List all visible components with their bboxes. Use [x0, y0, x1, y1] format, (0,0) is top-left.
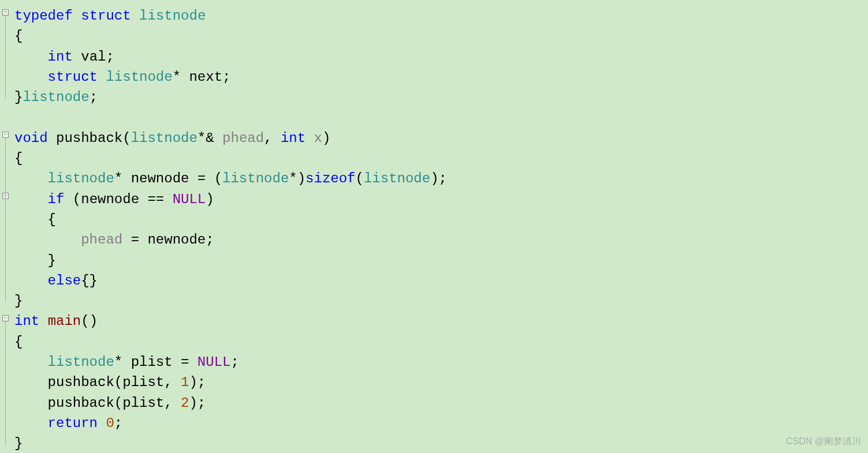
code-line[interactable]: typedef struct listnode: [14, 6, 868, 26]
code-line[interactable]: pushback(plist, 2);: [14, 393, 868, 413]
watermark: CSDN @阑梦清川: [786, 435, 861, 448]
code-line[interactable]: void pushback(listnode*& phead, int x): [14, 128, 868, 148]
code-line[interactable]: else{}: [14, 271, 868, 291]
code-line[interactable]: {: [14, 332, 868, 352]
code-line[interactable]: if (newnode == NULL): [14, 189, 868, 209]
code-line[interactable]: {: [14, 209, 868, 230]
code-line[interactable]: struct listnode* next;: [14, 67, 868, 87]
fold-guide-line: [5, 321, 6, 445]
code-area[interactable]: typedef struct listnode{ int val; struct…: [11, 0, 868, 453]
code-line[interactable]: {: [14, 26, 868, 46]
code-line[interactable]: phead = newnode;: [14, 230, 868, 250]
code-line[interactable]: }: [14, 250, 868, 271]
fold-gutter: −−−−: [0, 0, 11, 453]
code-line[interactable]: int val;: [14, 47, 868, 67]
code-line[interactable]: [14, 107, 868, 128]
code-editor: −−−− typedef struct listnode{ int val; s…: [0, 0, 868, 453]
fold-toggle-icon[interactable]: −: [2, 132, 9, 138]
code-line[interactable]: }listnode;: [14, 87, 868, 107]
fold-guide-line: [5, 16, 6, 99]
fold-guide-line: [5, 199, 6, 268]
code-line[interactable]: }: [14, 433, 868, 453]
fold-toggle-icon[interactable]: −: [2, 9, 9, 16]
code-line[interactable]: int main(): [14, 311, 868, 331]
code-line[interactable]: listnode* plist = NULL;: [14, 352, 868, 372]
code-line[interactable]: {: [14, 148, 868, 169]
fold-toggle-icon[interactable]: −: [2, 315, 9, 321]
code-line[interactable]: listnode* newnode = (listnode*)sizeof(li…: [14, 169, 868, 189]
code-line[interactable]: return 0;: [14, 413, 868, 433]
code-line[interactable]: pushback(plist, 1);: [14, 372, 868, 392]
code-line[interactable]: }: [14, 291, 868, 311]
